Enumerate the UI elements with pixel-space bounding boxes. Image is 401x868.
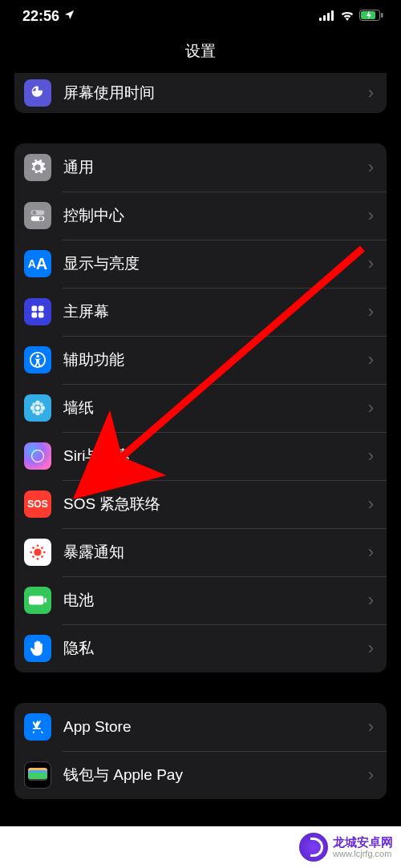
svg-point-33 bbox=[43, 551, 46, 554]
grid-icon bbox=[24, 298, 51, 325]
row-label: App Store bbox=[63, 718, 368, 736]
row-label: 显示与亮度 bbox=[63, 253, 368, 274]
svg-point-32 bbox=[30, 551, 32, 554]
svg-rect-39 bbox=[44, 598, 47, 603]
chevron-right-icon: › bbox=[368, 494, 374, 515]
row-app-store[interactable]: App Store › bbox=[14, 703, 387, 751]
row-label: 钱包与 Apple Pay bbox=[63, 765, 368, 785]
row-label: 电池 bbox=[63, 590, 368, 611]
chevron-right-icon: › bbox=[368, 638, 374, 659]
watermark-title: 龙城安卓网 bbox=[333, 836, 393, 850]
svg-rect-1 bbox=[323, 15, 326, 21]
row-accessibility[interactable]: 辅助功能 › bbox=[14, 336, 387, 384]
svg-rect-3 bbox=[331, 10, 334, 21]
svg-point-18 bbox=[36, 355, 39, 358]
svg-point-21 bbox=[35, 411, 40, 416]
svg-rect-13 bbox=[32, 306, 38, 312]
text-size-icon: AA bbox=[24, 250, 51, 277]
row-siri-search[interactable]: Siri与搜索 › bbox=[14, 432, 387, 480]
chevron-right-icon: › bbox=[368, 398, 374, 418]
status-time: 22:56 bbox=[22, 8, 59, 25]
svg-point-28 bbox=[32, 450, 44, 462]
row-label: 主屏幕 bbox=[63, 301, 368, 322]
svg-rect-43 bbox=[28, 773, 47, 779]
wallet-icon bbox=[24, 761, 51, 789]
status-bar: 22:56 bbox=[0, 0, 401, 26]
svg-rect-0 bbox=[319, 18, 322, 21]
svg-point-19 bbox=[35, 406, 40, 410]
row-wallpaper[interactable]: 墙纸 › bbox=[14, 384, 387, 432]
svg-rect-15 bbox=[32, 313, 38, 318]
settings-group-main: 通用 › 控制中心 › AA 显示与亮度 › 主屏幕 › bbox=[14, 143, 387, 672]
row-wallet-apple-pay[interactable]: 钱包与 Apple Pay › bbox=[14, 751, 387, 799]
row-screen-time[interactable]: 屏幕使用时间 › bbox=[14, 73, 387, 113]
row-label: 控制中心 bbox=[63, 205, 368, 226]
chevron-right-icon: › bbox=[368, 157, 374, 178]
app-store-icon bbox=[24, 713, 51, 741]
accessibility-icon bbox=[24, 346, 51, 373]
row-label: SOS 紧急联络 bbox=[63, 494, 368, 515]
svg-point-24 bbox=[32, 402, 36, 406]
chevron-right-icon: › bbox=[368, 253, 374, 274]
row-label: 辅助功能 bbox=[63, 349, 368, 370]
toggles-icon bbox=[24, 202, 51, 229]
svg-rect-8 bbox=[36, 89, 38, 94]
chevron-right-icon: › bbox=[368, 542, 374, 563]
svg-point-31 bbox=[37, 558, 39, 560]
screen-time-icon bbox=[24, 79, 51, 107]
row-label: 墙纸 bbox=[63, 398, 368, 418]
row-display-brightness[interactable]: AA 显示与亮度 › bbox=[14, 240, 387, 288]
row-battery[interactable]: 电池 › bbox=[14, 576, 387, 624]
battery-icon bbox=[24, 587, 51, 614]
chevron-right-icon: › bbox=[368, 590, 374, 611]
svg-point-26 bbox=[32, 410, 36, 414]
chevron-right-icon: › bbox=[368, 83, 374, 103]
chevron-right-icon: › bbox=[368, 205, 374, 226]
row-label: Siri与搜索 bbox=[63, 446, 368, 466]
row-label: 暴露通知 bbox=[63, 542, 368, 563]
row-label: 通用 bbox=[63, 157, 368, 178]
row-control-center[interactable]: 控制中心 › bbox=[14, 192, 387, 240]
svg-point-12 bbox=[39, 216, 43, 220]
row-exposure-notification[interactable]: 暴露通知 › bbox=[14, 528, 387, 576]
svg-rect-14 bbox=[38, 306, 44, 312]
settings-group-screentime: 屏幕使用时间 › bbox=[14, 73, 387, 113]
flower-icon bbox=[24, 394, 51, 422]
status-left: 22:56 bbox=[22, 8, 75, 25]
watermark: 龙城安卓网 www.lcjrfg.com bbox=[0, 826, 401, 868]
svg-point-25 bbox=[39, 402, 43, 406]
svg-point-10 bbox=[32, 211, 36, 215]
svg-rect-38 bbox=[29, 595, 43, 604]
chevron-right-icon: › bbox=[368, 717, 374, 737]
row-privacy[interactable]: 隐私 › bbox=[14, 624, 387, 672]
svg-point-29 bbox=[34, 548, 41, 555]
svg-point-36 bbox=[32, 555, 34, 558]
svg-rect-2 bbox=[327, 13, 330, 21]
gear-icon bbox=[24, 154, 51, 181]
row-label: 屏幕使用时间 bbox=[63, 83, 368, 103]
settings-list: 屏幕使用时间 › 通用 › 控制中心 › AA 显示与亮度 › bbox=[0, 73, 401, 799]
location-icon bbox=[63, 8, 75, 25]
svg-rect-6 bbox=[381, 13, 383, 18]
svg-point-30 bbox=[37, 544, 39, 547]
hand-icon bbox=[24, 635, 51, 662]
battery-icon bbox=[359, 8, 383, 25]
svg-point-34 bbox=[32, 547, 34, 549]
svg-rect-16 bbox=[38, 313, 44, 318]
exposure-icon bbox=[24, 539, 51, 566]
chevron-right-icon: › bbox=[368, 349, 374, 370]
svg-point-35 bbox=[41, 547, 43, 549]
status-right bbox=[319, 8, 383, 25]
svg-point-37 bbox=[41, 555, 43, 558]
svg-point-23 bbox=[41, 406, 45, 410]
row-emergency-sos[interactable]: SOS SOS 紧急联络 › bbox=[14, 480, 387, 528]
svg-point-27 bbox=[39, 410, 43, 414]
svg-point-20 bbox=[35, 401, 40, 406]
svg-point-22 bbox=[30, 406, 35, 410]
siri-icon bbox=[24, 442, 51, 470]
row-general[interactable]: 通用 › bbox=[14, 143, 387, 192]
chevron-right-icon: › bbox=[368, 446, 374, 466]
chevron-right-icon: › bbox=[368, 765, 374, 785]
page-title: 设置 bbox=[0, 26, 401, 73]
row-home-screen[interactable]: 主屏幕 › bbox=[14, 288, 387, 336]
